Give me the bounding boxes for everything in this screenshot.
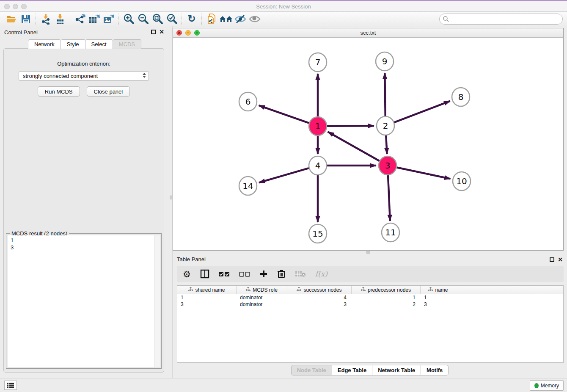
graph-node-15[interactable]: 15	[309, 224, 327, 243]
graph-edge-3-10[interactable]	[397, 168, 451, 179]
add-column-icon[interactable]	[259, 268, 268, 279]
zoom-in-icon[interactable]	[121, 13, 136, 25]
column-header-shared-name[interactable]: shared name	[177, 286, 237, 294]
table-options-gear-icon[interactable]: ⚙	[183, 268, 191, 279]
graph-node-8[interactable]: 8	[452, 88, 470, 106]
table-cell[interactable]: 1	[177, 294, 237, 301]
graph-edge-1-6[interactable]	[259, 105, 309, 123]
close-panel-button[interactable]: Close panel	[87, 86, 130, 97]
zoom-out-icon[interactable]	[136, 13, 150, 25]
graph-edge-2-3[interactable]	[386, 135, 387, 154]
graph-node-9[interactable]: 9	[376, 52, 394, 71]
graph-edge-2-9[interactable]	[385, 73, 385, 116]
table-cell[interactable]: dominator	[237, 301, 287, 308]
task-history-button[interactable]	[4, 381, 17, 390]
svg-text:7: 7	[315, 57, 321, 67]
zoom-selected-icon[interactable]	[165, 13, 179, 25]
graph-edge-4-14[interactable]	[259, 168, 309, 182]
delete-table-icon	[295, 268, 306, 279]
network-view-window: ✕ − + scc.txt 1 2 3 4 6 7 8 9 10 11	[173, 28, 564, 251]
control-panel-title: Control Panel	[4, 29, 38, 36]
split-columns-icon[interactable]	[200, 268, 209, 279]
graph-node-2[interactable]: 2	[377, 116, 394, 135]
zoom-fit-icon[interactable]	[150, 13, 165, 25]
flat-hierarchy-icon	[188, 287, 193, 293]
result-scrollbar[interactable]	[154, 235, 160, 367]
svg-text:10: 10	[456, 176, 467, 186]
table-row[interactable]: 1dominator411	[177, 294, 563, 301]
float-panel-icon[interactable]	[151, 30, 156, 34]
tab-edge-table[interactable]: Edge Table	[332, 365, 372, 375]
search-box[interactable]	[439, 14, 563, 25]
delete-column-trash-icon[interactable]	[277, 268, 286, 279]
refresh-view-icon[interactable]: ↻	[184, 13, 199, 25]
table-splitter[interactable]	[173, 251, 567, 254]
run-mcds-button[interactable]: Run MCDS	[38, 86, 80, 97]
svg-text:8: 8	[458, 92, 464, 102]
mcds-result-text[interactable]: 1 3	[8, 235, 154, 367]
table-cell[interactable]: 1	[421, 294, 456, 301]
import-network-icon[interactable]	[39, 13, 53, 25]
network-canvas[interactable]: 1 2 3 4 6 7 8 9 10 11 14 15	[173, 38, 563, 250]
control-panel: Control Panel ✕ NetworkStyleSelectMCDS O…	[0, 26, 169, 378]
graph-node-14[interactable]: 14	[239, 177, 257, 195]
hide-selected-eye-icon[interactable]	[233, 13, 248, 25]
memory-button[interactable]: Memory	[530, 380, 564, 391]
select-all-columns-icon[interactable]	[219, 268, 230, 279]
deselect-all-columns-icon[interactable]	[239, 268, 250, 279]
close-panel-icon[interactable]: ✕	[159, 28, 164, 35]
panel-splitter-handle[interactable]	[170, 196, 172, 199]
tab-style[interactable]: Style	[61, 39, 85, 49]
table-splitter-handle[interactable]	[366, 251, 370, 254]
panel-splitter[interactable]	[169, 26, 173, 378]
table-cell[interactable]: 3	[287, 301, 352, 308]
close-table-panel-icon[interactable]: ✕	[558, 256, 563, 263]
home-layout-icon[interactable]	[219, 13, 233, 25]
window-title: Session: New Session	[0, 3, 567, 10]
new-network-from-selection-icon[interactable]	[204, 13, 219, 25]
table-cell[interactable]: 3	[177, 301, 237, 308]
float-table-panel-icon[interactable]	[550, 257, 554, 262]
table-row[interactable]: 3dominator323	[177, 301, 563, 308]
tab-network[interactable]: Network	[28, 39, 61, 49]
tab-node-table[interactable]: Node Table	[291, 365, 332, 375]
column-header-MCDS-role[interactable]: MCDS role	[237, 286, 287, 294]
table-cell[interactable]: 2	[352, 301, 421, 308]
svg-text:11: 11	[385, 227, 396, 237]
table-cell[interactable]: dominator	[237, 294, 287, 301]
network-window-titlebar[interactable]: ✕ − + scc.txt	[173, 28, 563, 38]
graph-node-4[interactable]: 4	[309, 156, 327, 175]
tab-select[interactable]: Select	[85, 39, 113, 49]
optimization-criterion-select[interactable]: strongly connected component	[19, 71, 149, 81]
toolbar-separator	[118, 14, 119, 25]
graph-node-3[interactable]: 3	[379, 156, 396, 175]
column-header-successor-nodes[interactable]: successor nodes	[287, 286, 352, 294]
tab-network-table[interactable]: Network Table	[372, 365, 421, 375]
graph-edge-2-8[interactable]	[394, 101, 450, 123]
graph-edge-3-1[interactable]	[328, 132, 380, 161]
show-all-eye-icon[interactable]	[248, 13, 262, 25]
graph-node-10[interactable]: 10	[453, 172, 471, 190]
tab-motifs[interactable]: Motifs	[421, 365, 449, 375]
export-table-icon[interactable]	[87, 13, 102, 25]
export-network-icon[interactable]	[73, 13, 87, 25]
column-header-predecessor-nodes[interactable]: predecessor nodes	[352, 286, 421, 294]
import-table-icon[interactable]	[53, 13, 67, 25]
save-icon[interactable]	[19, 13, 33, 25]
column-header-name[interactable]: name	[421, 286, 456, 294]
node-table: shared nameMCDS rolesuccessor nodesprede…	[177, 285, 564, 363]
table-cell[interactable]: 4	[287, 294, 352, 301]
graph-edge-1-2[interactable]	[327, 126, 374, 126]
graph-node-7[interactable]: 7	[309, 53, 327, 72]
export-image-icon[interactable]	[102, 13, 116, 25]
graph-edge-3-11[interactable]	[388, 175, 390, 221]
graph-node-1[interactable]: 1	[309, 117, 327, 135]
svg-text:6: 6	[245, 97, 251, 107]
tab-mcds[interactable]: MCDS	[113, 39, 141, 49]
search-input[interactable]	[449, 15, 562, 23]
table-cell[interactable]: 1	[352, 294, 421, 301]
graph-node-6[interactable]: 6	[239, 92, 257, 111]
graph-node-11[interactable]: 11	[382, 223, 399, 242]
table-cell[interactable]: 3	[421, 301, 456, 308]
open-file-icon[interactable]	[4, 13, 19, 25]
